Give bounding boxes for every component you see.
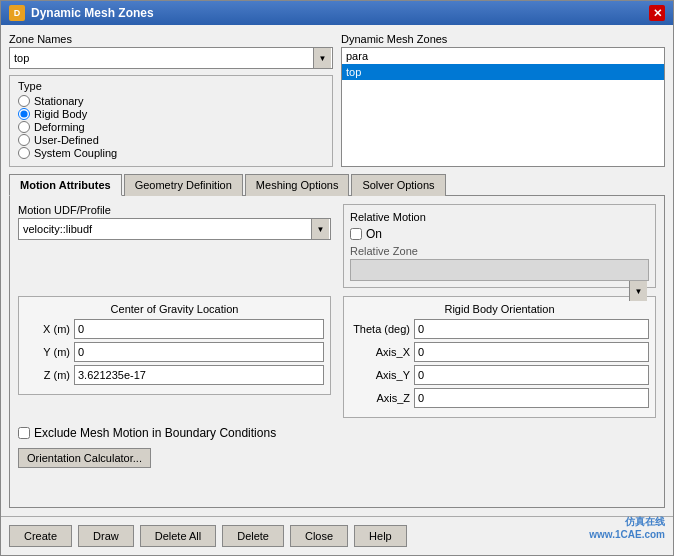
rb-axis-x-label: Axis_X	[350, 346, 410, 358]
relative-zone-container: Relative Zone ▼	[350, 245, 649, 281]
rb-axis-x-input[interactable]	[414, 342, 649, 362]
rb-theta-row: Theta (deg)	[350, 319, 649, 339]
radio-stationary-label: Stationary	[34, 95, 84, 107]
motion-udf-label: Motion UDF/Profile	[18, 204, 331, 216]
relative-motion-col: Relative Motion On Relative Zone	[343, 204, 656, 288]
rb-axis-z-row: Axis_Z	[350, 388, 649, 408]
exclude-checkbox[interactable]	[18, 427, 30, 439]
draw-button[interactable]: Draw	[78, 525, 134, 547]
cg-y-row: Y (m)	[25, 342, 324, 362]
dynamic-mesh-listbox[interactable]: para top	[341, 47, 665, 167]
main-content: Zone Names top ▼ Type Stationary	[1, 25, 673, 516]
tab-geometry-definition[interactable]: Geometry Definition	[124, 174, 243, 196]
cg-z-row: Z (m)	[25, 365, 324, 385]
radio-system-coupling-input[interactable]	[18, 147, 30, 159]
center-gravity-col: Center of Gravity Location X (m) Y (m)	[18, 296, 331, 418]
list-item-top[interactable]: top	[342, 64, 664, 80]
delete-button[interactable]: Delete	[222, 525, 284, 547]
radio-rigid-body-label: Rigid Body	[34, 108, 87, 120]
cg-x-label: X (m)	[25, 323, 70, 335]
left-panel: Zone Names top ▼ Type Stationary	[9, 33, 333, 167]
rb-axis-z-label: Axis_Z	[350, 392, 410, 404]
relative-zone-label: Relative Zone	[350, 245, 649, 257]
motion-udf-dropdown[interactable]: velocity::libudf	[18, 218, 331, 240]
watermark: 仿真在线 www.1CAE.com	[589, 515, 665, 540]
radio-system-coupling: System Coupling	[18, 147, 324, 159]
relative-motion-box: Relative Motion On Relative Zone	[343, 204, 656, 288]
rigid-body-box: Rigid Body Orientation Theta (deg) Axis_…	[343, 296, 656, 418]
cg-x-row: X (m)	[25, 319, 324, 339]
rb-axis-z-input[interactable]	[414, 388, 649, 408]
bottom-row: Center of Gravity Location X (m) Y (m)	[18, 296, 656, 418]
tab-motion-attributes[interactable]: Motion Attributes	[9, 174, 122, 196]
tabs: Motion Attributes Geometry Definition Me…	[9, 173, 665, 196]
top-row: Motion UDF/Profile velocity::libudf ▼ Re…	[18, 204, 656, 288]
list-item-para[interactable]: para	[342, 48, 664, 64]
rb-axis-y-input[interactable]	[414, 365, 649, 385]
rb-theta-label: Theta (deg)	[350, 323, 410, 335]
cg-z-label: Z (m)	[25, 369, 70, 381]
top-section: Zone Names top ▼ Type Stationary	[9, 33, 665, 167]
center-gravity-box: Center of Gravity Location X (m) Y (m)	[18, 296, 331, 395]
watermark-line2: www.1CAE.com	[589, 529, 665, 540]
radio-user-defined-label: User-Defined	[34, 134, 99, 146]
relative-motion-on-checkbox[interactable]	[350, 228, 362, 240]
relative-zone-dropdown-wrapper: ▼	[350, 259, 649, 281]
exclude-label: Exclude Mesh Motion in Boundary Conditio…	[34, 426, 276, 440]
close-window-button[interactable]: ✕	[649, 5, 665, 21]
footer: Create Draw Delete All Delete Close Help…	[1, 516, 673, 555]
radio-system-coupling-label: System Coupling	[34, 147, 117, 159]
tab-container: Motion Attributes Geometry Definition Me…	[9, 173, 665, 508]
tab-meshing-options[interactable]: Meshing Options	[245, 174, 350, 196]
motion-udf-dropdown-container: velocity::libudf ▼	[18, 218, 331, 240]
motion-udf-col: Motion UDF/Profile velocity::libudf ▼	[18, 204, 331, 288]
delete-all-button[interactable]: Delete All	[140, 525, 216, 547]
radio-rigid-body: Rigid Body	[18, 108, 324, 120]
tab-content: Motion UDF/Profile velocity::libudf ▼ Re…	[9, 196, 665, 508]
window-title: Dynamic Mesh Zones	[31, 6, 154, 20]
app-icon: D	[9, 5, 25, 21]
create-button[interactable]: Create	[9, 525, 72, 547]
zone-names-label: Zone Names	[9, 33, 333, 45]
relative-zone-dropdown[interactable]	[350, 259, 649, 281]
radio-stationary-input[interactable]	[18, 95, 30, 107]
radio-stationary: Stationary	[18, 95, 324, 107]
zone-names-dropdown-container: top ▼	[9, 47, 333, 69]
watermark-line1: 仿真在线	[589, 515, 665, 529]
exclude-row: Exclude Mesh Motion in Boundary Conditio…	[18, 426, 656, 440]
help-button[interactable]: Help	[354, 525, 407, 547]
dynamic-mesh-section: Dynamic Mesh Zones para top	[341, 33, 665, 167]
rb-axis-x-row: Axis_X	[350, 342, 649, 362]
title-bar-left: D Dynamic Mesh Zones	[9, 5, 154, 21]
orientation-calculator-button[interactable]: Orientation Calculator...	[18, 448, 151, 468]
relative-motion-title: Relative Motion	[350, 211, 649, 223]
radio-user-defined-input[interactable]	[18, 134, 30, 146]
radio-user-defined: User-Defined	[18, 134, 324, 146]
title-bar: D Dynamic Mesh Zones ✕	[1, 1, 673, 25]
type-label: Type	[18, 80, 324, 92]
cg-y-label: Y (m)	[25, 346, 70, 358]
cg-y-input[interactable]	[74, 342, 324, 362]
radio-deforming-input[interactable]	[18, 121, 30, 133]
tab-solver-options[interactable]: Solver Options	[351, 174, 445, 196]
radio-deforming-label: Deforming	[34, 121, 85, 133]
zone-names-dropdown[interactable]: top	[9, 47, 333, 69]
rb-theta-input[interactable]	[414, 319, 649, 339]
cg-z-input[interactable]	[74, 365, 324, 385]
dynamic-mesh-label: Dynamic Mesh Zones	[341, 33, 665, 45]
relative-motion-on-row: On	[350, 227, 649, 241]
close-button[interactable]: Close	[290, 525, 348, 547]
radio-rigid-body-input[interactable]	[18, 108, 30, 120]
cg-x-input[interactable]	[74, 319, 324, 339]
motion-attributes-panel: Motion UDF/Profile velocity::libudf ▼ Re…	[18, 204, 656, 468]
relative-motion-on-label: On	[366, 227, 382, 241]
rigid-body-title: Rigid Body Orientation	[350, 303, 649, 315]
center-gravity-title: Center of Gravity Location	[25, 303, 324, 315]
rigid-body-col: Rigid Body Orientation Theta (deg) Axis_…	[343, 296, 656, 418]
main-window: D Dynamic Mesh Zones ✕ Zone Names top ▼ …	[0, 0, 674, 556]
rb-axis-y-row: Axis_Y	[350, 365, 649, 385]
radio-deforming: Deforming	[18, 121, 324, 133]
orientation-calculator-row: Orientation Calculator...	[18, 448, 656, 468]
type-group: Type Stationary Rigid Body Deforming	[9, 75, 333, 167]
rb-axis-y-label: Axis_Y	[350, 369, 410, 381]
